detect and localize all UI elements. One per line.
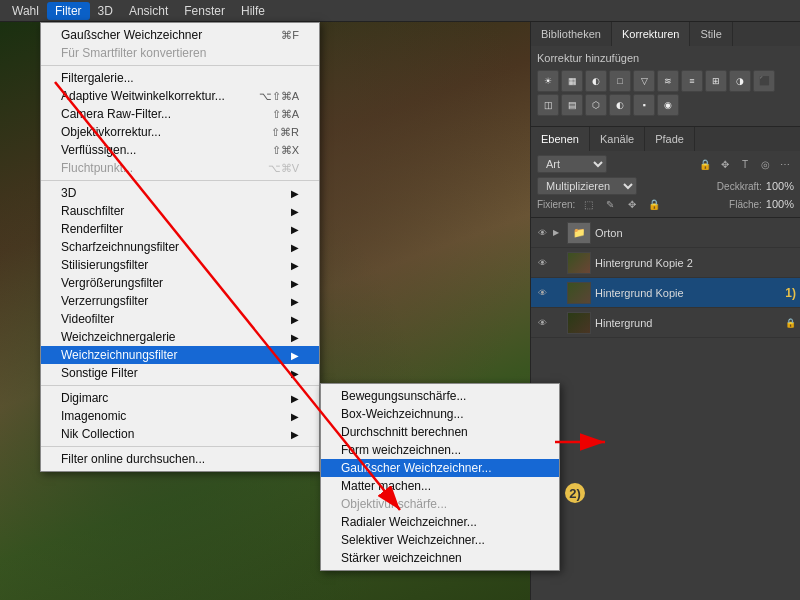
layer-name-h: Hintergrund [595, 317, 781, 329]
lock-btn[interactable]: 🔒 [696, 155, 714, 173]
thumb-hk [567, 282, 591, 304]
layer-hintergrund-kopie-2[interactable]: 👁 Hintergrund Kopie 2 [531, 248, 800, 278]
eye-orton[interactable]: 👁 [535, 226, 549, 240]
tab-ebenen[interactable]: Ebenen [531, 127, 590, 151]
menu-item-gauss-top[interactable]: Gaußscher Weichzeichner ⌘F [41, 26, 319, 44]
sub-gauss[interactable]: Gaußscher Weichzeichner... [321, 459, 559, 477]
corr-icon-13[interactable]: ◐ [609, 94, 631, 116]
sub-box[interactable]: Box-Weichzeichnung... [321, 405, 559, 423]
corr-icon-10[interactable]: ◫ [537, 94, 559, 116]
sub-durchschnitt[interactable]: Durchschnitt berechnen [321, 423, 559, 441]
corrections-icons: ☀ ▦ ◐ □ ▽ ≋ ≡ ⊞ ◑ ⬛ ◫ ▤ ⬡ ◐ ▪ ◉ [537, 70, 794, 116]
corr-icon-8[interactable]: ◑ [729, 70, 751, 92]
eye-hk2[interactable]: 👁 [535, 256, 549, 270]
corr-icon-12[interactable]: ⬡ [585, 94, 607, 116]
menu-item-scharf[interactable]: Scharfzeichnungsfilter ▶ [41, 238, 319, 256]
menu-item-filtergalerie[interactable]: Filtergalerie... [41, 69, 319, 87]
menu-item-vergross[interactable]: Vergrößerungsfilter ▶ [41, 274, 319, 292]
menu-item-render[interactable]: Renderfilter ▶ [41, 220, 319, 238]
fix-btn-3[interactable]: ✥ [623, 195, 641, 213]
corr-icon-0[interactable]: ☀ [537, 70, 559, 92]
menu-3d[interactable]: 3D [90, 2, 121, 20]
corr-icon-14[interactable]: ▪ [633, 94, 655, 116]
menu-item-camera-raw[interactable]: Camera Raw-Filter... ⇧⌘A [41, 105, 319, 123]
corr-icon-11[interactable]: ▤ [561, 94, 583, 116]
right-panel: Bibliotheken Korrekturen Stile Korrektur… [530, 22, 800, 600]
menu-item-smartfilter: Für Smartfilter konvertieren [41, 44, 319, 62]
layers-list: 👁 ▶ 📁 Orton 👁 Hintergrund Kopie 2 👁 Hint… [531, 218, 800, 600]
eye-hk[interactable]: 👁 [535, 286, 549, 300]
menu-filter[interactable]: Filter [47, 2, 90, 20]
menu-item-objektiv[interactable]: Objektivkorrektur... ⇧⌘R [41, 123, 319, 141]
thumb-h [567, 312, 591, 334]
menu-item-weichgalerie[interactable]: Weichzeichnergalerie ▶ [41, 328, 319, 346]
sub-form[interactable]: Form weichzeichnen... [321, 441, 559, 459]
corr-icon-15[interactable]: ◉ [657, 94, 679, 116]
corr-icon-4[interactable]: ▽ [633, 70, 655, 92]
menu-wahl[interactable]: Wahl [4, 2, 47, 20]
menu-item-sonstige[interactable]: Sonstige Filter ▶ [41, 364, 319, 382]
ebenen-controls: Art 🔒 ✥ T ◎ ⋯ Multiplizieren Deckkraft: … [531, 151, 800, 218]
blend-mode-select[interactable]: Multiplizieren [537, 177, 637, 195]
thumb-hk2 [567, 252, 591, 274]
submenu-weich[interactable]: Bewegungsunschärfe... Box-Weichzeichnung… [320, 383, 560, 571]
sub-starker[interactable]: Stärker weichzeichnen [321, 549, 559, 567]
menu-item-stil[interactable]: Stilisierungsfilter ▶ [41, 256, 319, 274]
corr-icon-5[interactable]: ≋ [657, 70, 679, 92]
sub-bewegung[interactable]: Bewegungsunschärfe... [321, 387, 559, 405]
menu-item-3d[interactable]: 3D ▶ [41, 184, 319, 202]
menu-hilfe[interactable]: Hilfe [233, 2, 273, 20]
ebenen-panel: Ebenen Kanäle Pfade Art 🔒 ✥ T ◎ ⋯ Multip… [531, 127, 800, 600]
more-btn[interactable]: ⋯ [776, 155, 794, 173]
menu-item-verzerrung[interactable]: Verzerrungsfilter ▶ [41, 292, 319, 310]
fix-btn-2[interactable]: ✎ [601, 195, 619, 213]
flache-label: Fläche: [729, 199, 762, 210]
corr-icon-1[interactable]: ▦ [561, 70, 583, 92]
sub-selektiv[interactable]: Selektiver Weichzeichner... [321, 531, 559, 549]
tab-korrekturen[interactable]: Korrekturen [612, 22, 690, 46]
ebenen-tabs: Ebenen Kanäle Pfade [531, 127, 800, 151]
tab-kanale[interactable]: Kanäle [590, 127, 645, 151]
menubar: Wahl Filter 3D Ansicht Fenster Hilfe [0, 0, 800, 22]
tab-bibliotheken[interactable]: Bibliotheken [531, 22, 612, 46]
fix-btn-4[interactable]: 🔒 [645, 195, 663, 213]
corr-icon-9[interactable]: ⬛ [753, 70, 775, 92]
corr-icon-2[interactable]: ◐ [585, 70, 607, 92]
corr-icon-7[interactable]: ⊞ [705, 70, 727, 92]
menu-item-verfluessigen[interactable]: Verflüssigen... ⇧⌘X [41, 141, 319, 159]
menu-fenster[interactable]: Fenster [176, 2, 233, 20]
layer-orton[interactable]: 👁 ▶ 📁 Orton [531, 218, 800, 248]
menu-item-online[interactable]: Filter online durchsuchen... [41, 450, 319, 468]
tab-stile[interactable]: Stile [690, 22, 732, 46]
sub-matter[interactable]: Matter machen... [321, 477, 559, 495]
thumb-orton: 📁 [567, 222, 591, 244]
sep-1 [41, 65, 319, 66]
art-select[interactable]: Art [537, 155, 607, 173]
menu-item-weich[interactable]: Weichzeichnungsfilter ▶ [41, 346, 319, 364]
opacity-value: 100% [766, 180, 794, 192]
menu-item-video[interactable]: Videofilter ▶ [41, 310, 319, 328]
menu-item-digimarc[interactable]: Digimarc ▶ [41, 389, 319, 407]
move-btn[interactable]: ✥ [716, 155, 734, 173]
sub-radial[interactable]: Radialer Weichzeichner... [321, 513, 559, 531]
corr-icon-3[interactable]: □ [609, 70, 631, 92]
menu-item-nik[interactable]: Nik Collection ▶ [41, 425, 319, 443]
menu-item-adaptive[interactable]: Adaptive Weitwinkelkorrektur... ⌥⇧⌘A [41, 87, 319, 105]
layer-hintergrund[interactable]: 👁 Hintergrund 🔒 [531, 308, 800, 338]
menu-item-rausch[interactable]: Rauschfilter ▶ [41, 202, 319, 220]
menu-item-imagenomic[interactable]: Imagenomic ▶ [41, 407, 319, 425]
fix-btn-1[interactable]: ⬚ [579, 195, 597, 213]
main-menu[interactable]: Gaußscher Weichzeichner ⌘F Für Smartfilt… [40, 22, 320, 472]
menu-ansicht[interactable]: Ansicht [121, 2, 176, 20]
eye-h[interactable]: 👁 [535, 316, 549, 330]
layer-name-hk2: Hintergrund Kopie 2 [595, 257, 796, 269]
opacity-label: Deckkraft: [717, 181, 762, 192]
layer-name-hk: Hintergrund Kopie [595, 287, 777, 299]
link-btn[interactable]: T [736, 155, 754, 173]
style-btn[interactable]: ◎ [756, 155, 774, 173]
corr-icon-6[interactable]: ≡ [681, 70, 703, 92]
sep-4 [41, 446, 319, 447]
annotation-label-2: 2) [565, 483, 585, 503]
layer-hintergrund-kopie[interactable]: 👁 Hintergrund Kopie 1) [531, 278, 800, 308]
tab-pfade[interactable]: Pfade [645, 127, 695, 151]
